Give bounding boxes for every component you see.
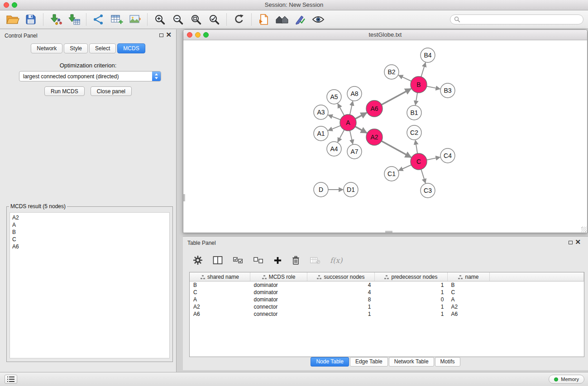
graph-node-B2[interactable]: B2 <box>384 65 399 79</box>
zoom-out-button[interactable] <box>169 11 187 28</box>
svg-text:C2: C2 <box>410 129 418 136</box>
table-panel-tabs: Node TableEdge TableNetwork TableMotifs <box>183 357 588 367</box>
graph-node-C[interactable]: C <box>411 153 427 170</box>
network-graph[interactable]: AA1A2A3A4A5A6A7A8BB1B2B3B4CC1C2C3C4DD1 <box>183 40 587 233</box>
column-header-predecessor-nodes[interactable]: predecessor nodes <box>375 272 448 281</box>
search-box[interactable] <box>450 14 583 24</box>
vertical-scroll-indicator[interactable] <box>183 194 185 201</box>
delete-button[interactable] <box>292 256 300 265</box>
optimization-criterion-dropdown[interactable]: largest connected component (directed) <box>19 71 161 81</box>
home-button[interactable] <box>273 11 291 28</box>
export-image-button[interactable] <box>126 11 144 28</box>
column-header-successor-nodes[interactable]: successor nodes <box>307 272 375 281</box>
graph-node-D[interactable]: D <box>314 182 328 197</box>
zoom-in-button[interactable] <box>151 11 169 28</box>
graph-node-A4[interactable]: A4 <box>327 142 341 156</box>
zoom-selected-button[interactable] <box>205 11 223 28</box>
mcds-result-item[interactable]: C <box>10 236 169 243</box>
list-button[interactable] <box>5 375 17 384</box>
table-settings-button[interactable] <box>193 255 203 265</box>
table-panel-close-button[interactable]: ✕ <box>575 238 581 246</box>
graph-node-D1[interactable]: D1 <box>344 182 358 197</box>
select-all-button[interactable] <box>233 257 244 264</box>
table-row[interactable]: A6connector11A6 <box>190 310 584 318</box>
control-panel-close-button[interactable]: ✕ <box>166 31 172 39</box>
deselect-all-button[interactable] <box>253 257 264 264</box>
control-panel-tabs: NetworkStyleSelectMCDS <box>0 43 176 53</box>
control-tab-network[interactable]: Network <box>31 43 62 53</box>
graph-node-A[interactable]: A <box>340 114 356 131</box>
mcds-result-item[interactable]: B <box>10 229 169 236</box>
save-button[interactable] <box>22 11 40 28</box>
close-panel-button[interactable]: Close panel <box>91 86 132 96</box>
graph-node-C2[interactable]: C2 <box>407 125 421 140</box>
graph-node-A6[interactable]: A6 <box>366 100 382 117</box>
control-panel-buttons: Run MCDS Close panel <box>0 86 176 96</box>
search-input[interactable] <box>463 16 579 23</box>
import-table-button[interactable] <box>65 11 83 28</box>
graph-node-B1[interactable]: B1 <box>407 105 421 120</box>
control-panel: Control Panel ✕ NetworkStyleSelectMCDS O… <box>0 29 177 372</box>
graph-node-A3[interactable]: A3 <box>314 105 328 119</box>
graph-node-A7[interactable]: A7 <box>347 144 362 159</box>
network-canvas[interactable]: AA1A2A3A4A5A6A7A8BB1B2B3B4CC1C2C3C4DD1 <box>183 40 587 233</box>
table-tab-node-table[interactable]: Node Table <box>311 357 349 367</box>
control-tab-select[interactable]: Select <box>89 43 116 53</box>
import-network-button[interactable] <box>47 11 65 28</box>
resize-grip[interactable] <box>581 227 587 232</box>
graph-node-A1[interactable]: A1 <box>314 126 328 141</box>
table-tab-network-table[interactable]: Network Table <box>389 357 434 367</box>
show-hide-button[interactable] <box>309 11 327 28</box>
table-row[interactable]: Bdominator41B <box>190 281 584 289</box>
column-header-shared-name[interactable]: shared name <box>190 272 250 281</box>
graph-node-B3[interactable]: B3 <box>440 83 455 98</box>
mcds-result-item[interactable]: A6 <box>10 243 169 250</box>
control-tab-style[interactable]: Style <box>64 43 88 53</box>
mcds-result-item[interactable]: A <box>10 221 169 229</box>
apply-style-button[interactable] <box>291 11 309 28</box>
horizontal-scroll-indicator[interactable] <box>385 231 392 233</box>
table-panel-float-button[interactable] <box>569 241 573 244</box>
open-folder-button[interactable] <box>4 11 22 28</box>
column-type-icon <box>458 275 463 279</box>
table-row[interactable]: A2connector11A2 <box>190 303 584 310</box>
table-tab-motifs[interactable]: Motifs <box>435 357 460 367</box>
import-network-icon <box>49 13 62 26</box>
refresh-button[interactable] <box>230 11 248 28</box>
run-mcds-button[interactable]: Run MCDS <box>44 86 85 96</box>
memory-button[interactable]: Memory <box>549 375 584 384</box>
function-builder-button[interactable]: f(x) <box>330 256 342 265</box>
control-panel-float-button[interactable] <box>159 33 163 37</box>
graph-node-C1[interactable]: C1 <box>384 167 399 181</box>
dropdown-arrows-icon <box>152 71 161 81</box>
svg-text:A7: A7 <box>350 148 358 155</box>
fx-icon: f(x) <box>330 256 342 265</box>
status-bar: Memory <box>0 372 588 386</box>
table-row[interactable]: Cdominator41C <box>190 289 584 296</box>
table-tab-edge-table[interactable]: Edge Table <box>350 357 388 367</box>
graph-node-A8[interactable]: A8 <box>347 86 362 101</box>
zoom-fit-button[interactable] <box>187 11 205 28</box>
network-window-title: testGlobe.txt <box>183 31 587 38</box>
add-row-button[interactable] <box>273 256 282 265</box>
graph-node-C3[interactable]: C3 <box>421 183 435 198</box>
mcds-result-item[interactable]: A2 <box>10 214 169 221</box>
graph-node-C4[interactable]: C4 <box>440 148 455 163</box>
table-panel: Table Panel ✕ <box>183 236 588 370</box>
share-network-button[interactable] <box>90 11 108 28</box>
add-table-button[interactable] <box>108 11 126 28</box>
show-columns-button[interactable] <box>212 255 223 265</box>
control-tab-mcds[interactable]: MCDS <box>117 43 145 53</box>
column-header-MCDS-role[interactable]: MCDS role <box>250 272 307 281</box>
delete-table-button[interactable] <box>310 256 320 265</box>
network-window-titlebar[interactable]: testGlobe.txt <box>183 30 587 40</box>
graph-node-B[interactable]: B <box>411 76 427 93</box>
open-document-button[interactable] <box>255 11 273 28</box>
graph-node-B4[interactable]: B4 <box>421 48 435 62</box>
toolbar-separator <box>251 13 252 26</box>
table-row[interactable]: Adominator80A <box>190 296 584 303</box>
graph-node-A5[interactable]: A5 <box>327 90 341 104</box>
graph-node-A2[interactable]: A2 <box>366 129 382 145</box>
column-header-name[interactable]: name <box>448 272 490 281</box>
column-type-icon <box>201 275 205 279</box>
